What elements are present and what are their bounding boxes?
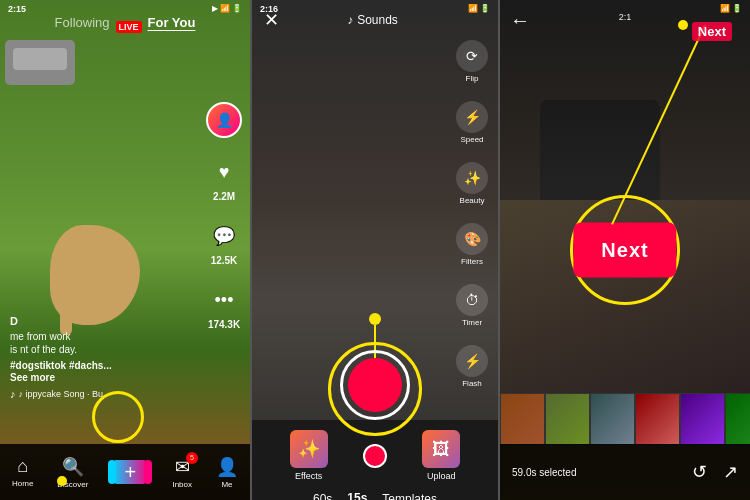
camera-topbar: ✕ ♪ Sounds xyxy=(252,0,498,40)
music-note-icon: ♪ xyxy=(10,388,16,400)
create-button[interactable]: + xyxy=(112,460,148,484)
live-badge: LIVE xyxy=(116,20,142,32)
duration-60s[interactable]: 60s xyxy=(313,492,332,500)
next-button-big[interactable]: Next xyxy=(573,223,676,278)
music-icon: ♪ xyxy=(347,13,353,27)
nav-me-label: Me xyxy=(221,480,232,489)
duration-templates[interactable]: Templates xyxy=(382,492,437,500)
duration-15s[interactable]: 15s xyxy=(347,491,367,500)
heart-icon[interactable]: ♥ xyxy=(208,156,240,188)
timer-label: Timer xyxy=(462,318,482,327)
record-outer-ring xyxy=(340,350,410,420)
film-cell-4 xyxy=(635,393,680,445)
speed-label: Speed xyxy=(460,135,483,144)
nav-plus[interactable]: + xyxy=(112,460,148,484)
like-group: ♥ 2.2M xyxy=(208,156,240,202)
beauty-label: Beauty xyxy=(460,196,485,205)
plus-icon: + xyxy=(125,461,137,484)
tab-foryou[interactable]: For You xyxy=(148,15,196,30)
video-info: D me from work is nt of the day. #dogsti… xyxy=(10,315,200,400)
film-cell-6 xyxy=(725,393,750,445)
edit-status-time: 2:1 xyxy=(619,12,632,22)
mini-record-icon xyxy=(363,444,387,468)
annotation-dot-next xyxy=(678,20,688,30)
speed-control[interactable]: ⚡ Speed xyxy=(456,101,488,144)
share-count: 174.3K xyxy=(208,319,240,330)
caption-text: me from work xyxy=(10,331,71,342)
flash-label: Flash xyxy=(462,379,482,388)
nav-me[interactable]: 👤 Me xyxy=(216,456,238,489)
close-button[interactable]: ✕ xyxy=(264,9,279,31)
see-more-button[interactable]: See more xyxy=(10,372,200,383)
record-button[interactable] xyxy=(348,358,402,412)
comment-count: 12.5K xyxy=(211,255,238,266)
hashtags: #dogstiktok #dachs... xyxy=(10,359,200,372)
timer-icon: ⏱ xyxy=(456,284,488,316)
nav-home[interactable]: ⌂ Home xyxy=(12,456,33,488)
nav-home-label: Home xyxy=(12,479,33,488)
feed-topbar: 2:15 ▶ 📶 🔋 Following LIVE For You xyxy=(0,0,250,44)
home-icon: ⌂ xyxy=(17,456,28,477)
flash-icon: ⚡ xyxy=(456,345,488,377)
sounds-control[interactable]: ♪ Sounds xyxy=(347,13,398,27)
effects-label: Effects xyxy=(295,471,322,481)
timer-control[interactable]: ⏱ Timer xyxy=(456,284,488,327)
flip-label: Flip xyxy=(466,74,479,83)
upload-label: Upload xyxy=(427,471,456,481)
rotate-icon[interactable]: ↺ xyxy=(692,461,707,483)
search-icon: 🔍 xyxy=(62,456,84,478)
status-time: 2:15 xyxy=(8,4,26,14)
hashtag-text: #dogstiktok #dachs... xyxy=(10,360,112,371)
camera-panel: 2:16 📶 🔋 ✕ ♪ Sounds ⟳ Flip ⚡ Speed ✨ Bea… xyxy=(250,0,500,500)
edit-bottom-icons: ↺ ↗ xyxy=(692,461,738,483)
flip-control[interactable]: ⟳ Flip xyxy=(456,40,488,83)
username: D xyxy=(10,315,200,327)
edit-status-right: 📶 🔋 xyxy=(720,4,742,13)
filmstrip xyxy=(500,393,750,445)
comment-icon[interactable]: 💬 xyxy=(208,220,240,252)
back-button[interactable]: ← xyxy=(510,9,530,32)
film-cell-5 xyxy=(680,393,725,445)
selected-duration: 59.0s selected xyxy=(512,467,577,478)
plus-button-highlight-circle xyxy=(92,391,144,443)
film-cell-2 xyxy=(545,393,590,445)
avatar[interactable]: 👤 xyxy=(206,102,242,138)
speed-icon: ⚡ xyxy=(456,101,488,133)
next-label-topright[interactable]: Next xyxy=(692,22,732,41)
video-sidebar: 👤 ♥ 2.2M 💬 12.5K ••• 174.3K xyxy=(206,102,242,330)
effects-icon: ✨ xyxy=(290,430,328,468)
caption: me from work is nt of the day. xyxy=(10,330,200,356)
camera-right-controls: ⟳ Flip ⚡ Speed ✨ Beauty 🎨 Filters ⏱ Time… xyxy=(456,40,488,388)
comment-group: 💬 12.5K xyxy=(208,220,240,266)
caption-text2: is nt of the day. xyxy=(10,344,77,355)
filters-icon: 🎨 xyxy=(456,223,488,255)
film-cell-3 xyxy=(590,393,635,445)
sounds-label: Sounds xyxy=(357,13,398,27)
annotation-dot-record xyxy=(369,313,381,325)
more-group: ••• 174.3K xyxy=(208,284,240,330)
beauty-control[interactable]: ✨ Beauty xyxy=(456,162,488,205)
song-text: ♪ ippycake Song · Bu xyxy=(19,389,104,399)
more-icon[interactable]: ••• xyxy=(208,284,240,316)
upload-button[interactable]: 🖼 Upload xyxy=(422,430,460,481)
bottom-nav: ⌂ Home 🔍 Discover + ✉ Inbox 👤 Me xyxy=(0,444,250,500)
nav-yellow-dot xyxy=(57,476,67,486)
filters-control[interactable]: 🎨 Filters xyxy=(456,223,488,266)
flash-control[interactable]: ⚡ Flash xyxy=(456,345,488,388)
record-button-area[interactable] xyxy=(340,350,410,420)
inbox-icon: ✉ xyxy=(175,456,190,478)
car-decoration xyxy=(5,40,75,85)
nav-inbox-label: Inbox xyxy=(172,480,192,489)
share-icon[interactable]: ↗ xyxy=(723,461,738,483)
flip-icon: ⟳ xyxy=(456,40,488,72)
tab-following[interactable]: Following xyxy=(55,15,110,30)
edit-panel: ← 2:1 📶 🔋 Next Next 59.0s selected ↺ ↗ xyxy=(500,0,750,500)
duration-selector: 60s 15s Templates xyxy=(313,491,437,500)
effects-button[interactable]: ✨ Effects xyxy=(290,430,328,481)
like-count: 2.2M xyxy=(213,191,235,202)
filters-label: Filters xyxy=(461,257,483,266)
mini-record-button[interactable] xyxy=(363,444,387,468)
film-cell-1 xyxy=(500,393,545,445)
nav-inbox[interactable]: ✉ Inbox xyxy=(172,456,192,489)
status-icons-right: ▶ 📶 🔋 xyxy=(212,4,242,13)
